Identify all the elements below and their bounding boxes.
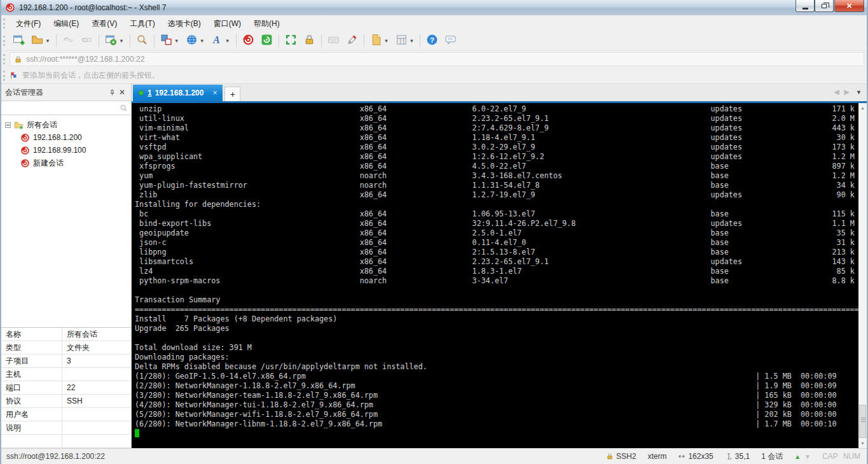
property-label (1, 435, 62, 447)
dropdown-caret-icon[interactable]: ▼ (225, 38, 230, 44)
status-session-count: 1 会话 (761, 451, 783, 462)
scroll-to-top-icon[interactable]: ▲ (794, 453, 801, 460)
open-folder-button[interactable]: ▼ (29, 32, 53, 50)
menu-item-4[interactable]: 选项卡(B) (162, 17, 207, 31)
tab-session-192-168-1-200[interactable]: 1 192.168.1.200 × (133, 85, 223, 101)
menu-item-6[interactable]: 帮助(H) (247, 17, 286, 31)
tab-scroll-left-icon[interactable]: ◀ (834, 88, 839, 96)
noticebar-grip[interactable] (3, 71, 7, 81)
session-search-input[interactable] (1, 104, 120, 113)
fullscreen-button[interactable] (282, 32, 300, 50)
terminal-screen[interactable]: unzip x86_64 6.0-22.el7_9 updates 171 k … (132, 103, 867, 448)
dropdown-caret-icon[interactable]: ▼ (119, 38, 124, 44)
tab-label: 192.168.1.200 (155, 88, 204, 97)
session-search (1, 101, 131, 115)
caps-lock-indicator: CAP (822, 452, 838, 461)
menubar-grip[interactable] (3, 18, 7, 29)
scroll-to-bottom-icon[interactable]: ▼ (804, 453, 811, 460)
feedback-button[interactable] (442, 32, 459, 50)
close-button[interactable]: ✕ (834, 0, 864, 12)
pin-panel-button[interactable] (107, 87, 117, 97)
session-properties-button[interactable]: ▼ (102, 32, 127, 50)
find-icon (136, 34, 148, 48)
addressbar-grip[interactable] (3, 54, 7, 64)
tree-session-item-0[interactable]: 192.168.1.200 (1, 131, 131, 144)
tab-close-icon[interactable]: × (212, 88, 217, 97)
tree-session-item-2[interactable]: 新建会话 (1, 157, 131, 169)
menu-item-0[interactable]: 文件(F) (10, 17, 47, 31)
flag-icon (10, 71, 18, 80)
dropdown-caret-icon[interactable]: ▼ (384, 38, 389, 44)
property-row-4: 端口22 (1, 381, 131, 395)
num-lock-indicator: NUM (843, 452, 860, 461)
xftp-icon (261, 34, 273, 48)
new-session-button[interactable] (10, 32, 27, 50)
dropdown-caret-icon[interactable]: ▼ (200, 38, 205, 44)
session-icon (20, 158, 30, 168)
close-panel-button[interactable]: ✕ (117, 87, 127, 97)
svg-text:A: A (212, 34, 220, 45)
help-button[interactable]: ? (424, 32, 441, 50)
xftp-button[interactable] (258, 32, 275, 50)
property-label: 类型 (1, 341, 62, 354)
tree-root-all-sessions[interactable]: 所有会话 (1, 118, 131, 131)
terminal-scrollbar[interactable]: ▲ ▼ (858, 103, 867, 448)
session-manager-panel: 会话管理器 ✕ 所有会话192.168.1.200192.168.99.100新… (1, 84, 132, 448)
property-label: 协议 (1, 395, 62, 407)
property-row-2: 子项目3 (1, 355, 131, 368)
svg-text:?: ? (430, 35, 434, 43)
tree-session-item-1[interactable]: 192.168.99.100 (1, 144, 131, 157)
new-file-button[interactable]: ▼ (368, 32, 392, 50)
titlebar[interactable]: 192.168.1.200 - root@localhost:~ - Xshel… (1, 0, 867, 15)
session-url: ssh://root:******@192.168.1.200:22 (26, 55, 144, 64)
toolbar-separator (99, 34, 99, 47)
notice-text: 要添加当前会话，点击左侧的箭头按钮。 (22, 70, 160, 81)
dropdown-caret-icon[interactable]: ▼ (410, 38, 415, 44)
toolbar-separator (130, 34, 130, 47)
window-title: 192.168.1.200 - root@localhost:~ - Xshel… (19, 3, 166, 12)
menu-item-2[interactable]: 查看(V) (85, 17, 123, 31)
new-tab-button[interactable]: + (224, 87, 240, 101)
status-cursor-position: 35,1 (725, 452, 750, 461)
pin-icon (109, 89, 116, 96)
scroll-up-icon[interactable]: ▲ (858, 103, 867, 113)
toolbar-separator (364, 34, 364, 47)
property-row-5: 协议SSH (1, 395, 131, 408)
scrollbar-thumb[interactable] (859, 405, 866, 438)
lock-screen-button[interactable] (301, 32, 318, 50)
search-icon[interactable] (120, 104, 128, 112)
layout-icon (396, 34, 408, 48)
font-icon: A (211, 34, 223, 48)
toolbar-grip[interactable] (3, 36, 7, 46)
layout-button[interactable]: ▼ (393, 32, 417, 50)
scroll-down-icon[interactable]: ▼ (858, 439, 867, 448)
tree-collapse-icon[interactable] (5, 122, 11, 128)
web-browser-button[interactable]: ▼ (183, 32, 207, 50)
highlight-pen-icon (346, 34, 358, 48)
menu-item-1[interactable]: 编辑(E) (47, 17, 85, 31)
toolbar-separator (321, 34, 322, 47)
status-terminal-size: 162x35 (678, 452, 713, 461)
session-name: 新建会话 (33, 158, 64, 169)
session-connected-dot (139, 90, 144, 95)
tab-scroll-right-icon[interactable]: ▶ (844, 88, 850, 96)
property-label: 说明 (1, 421, 62, 434)
property-value: 所有会话 (62, 329, 97, 340)
menu-item-5[interactable]: 窗口(W) (207, 17, 247, 31)
find-button[interactable] (134, 32, 151, 50)
minimize-button[interactable] (796, 0, 815, 12)
menu-item-3[interactable]: 工具(T) (123, 17, 161, 31)
compose-pane-button[interactable]: ▼ (158, 32, 182, 50)
highlight-pen-button[interactable] (343, 32, 361, 50)
xshell-icon (242, 34, 254, 48)
dropdown-caret-icon[interactable]: ▼ (45, 38, 50, 44)
address-input[interactable]: ssh://root:******@192.168.1.200:22 (10, 52, 864, 66)
toolbar-separator (154, 34, 155, 47)
dropdown-caret-icon[interactable]: ▼ (174, 38, 179, 44)
restore-button[interactable] (815, 0, 834, 12)
tab-list-dropdown-icon[interactable]: ▼ (856, 89, 862, 95)
tree-root-label: 所有会话 (27, 120, 57, 130)
close-panel-icon: ✕ (119, 88, 125, 97)
font-button[interactable]: A▼ (209, 32, 233, 50)
xshell-button[interactable] (240, 32, 257, 50)
